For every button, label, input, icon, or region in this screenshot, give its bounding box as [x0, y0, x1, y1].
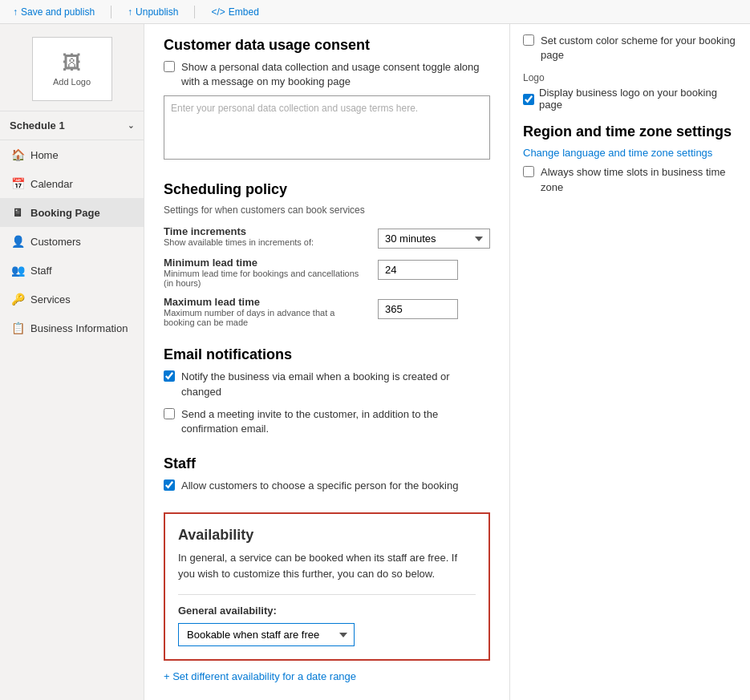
time-increments-label: Time increments	[164, 225, 365, 237]
booking-page-icon: 🖥	[11, 206, 24, 219]
max-lead-label-group: Maximum lead time Maximum number of days…	[164, 296, 365, 327]
customers-label: Customers	[30, 236, 81, 248]
app-body: 🖼 Add Logo Schedule 1 ⌄ 🏠 Home 📅 Calenda…	[0, 24, 750, 700]
scheduling-subtitle: Settings for when customers can book ser…	[164, 204, 490, 216]
unpublish-button[interactable]: ↑ Unpublish	[124, 5, 181, 19]
logo-section: Logo Display business logo on your booki…	[523, 72, 737, 111]
sidebar: 🖼 Add Logo Schedule 1 ⌄ 🏠 Home 📅 Calenda…	[0, 24, 144, 700]
business-info-icon: 📋	[11, 322, 24, 334]
region-timezone-title: Region and time zone settings	[523, 123, 737, 140]
sidebar-item-home[interactable]: 🏠 Home	[0, 140, 144, 169]
sidebar-item-booking-page[interactable]: 🖥 Booking Page	[0, 198, 144, 227]
availability-desc: In general, a service can be booked when…	[178, 550, 476, 581]
consent-checkbox-label: Show a personal data collection and usag…	[181, 60, 490, 89]
availability-box: Availability In general, a service can b…	[164, 512, 490, 661]
home-label: Home	[30, 149, 59, 161]
schedule-selector[interactable]: Schedule 1 ⌄	[0, 111, 144, 140]
business-info-label: Business Information	[30, 322, 128, 334]
notify-checkbox[interactable]	[164, 370, 175, 382]
availability-separator	[178, 594, 476, 595]
general-availability-label: General availability:	[178, 605, 476, 617]
calendar-icon: 📅	[11, 177, 24, 190]
add-logo-label: Add Logo	[53, 77, 91, 87]
custom-color-checkbox-row: Set custom color scheme for your booking…	[523, 34, 737, 63]
notify-checkbox-row: Notify the business via email when a boo…	[164, 370, 490, 399]
time-increments-desc: Show available times in increments of:	[164, 237, 365, 247]
max-lead-input[interactable]: 365	[378, 299, 458, 319]
image-icon: 🖼	[63, 51, 82, 74]
toolbar-divider-1	[111, 6, 111, 18]
customers-icon: 👤	[11, 235, 24, 248]
consent-checkbox[interactable]	[164, 61, 175, 72]
staff-title: Staff	[164, 455, 490, 472]
schedule-name: Schedule 1	[10, 119, 65, 132]
consent-title: Customer data usage consent	[164, 37, 490, 54]
services-icon: 🔑	[11, 293, 24, 305]
display-logo-label: Display business logo on your booking pa…	[539, 87, 737, 111]
max-lead-label: Maximum lead time	[164, 296, 365, 308]
min-lead-label: Minimum lead time	[164, 257, 365, 269]
set-different-availability-link[interactable]: + Set different availability for a date …	[164, 670, 356, 682]
email-notifications-title: Email notifications	[164, 346, 490, 363]
custom-color-label: Set custom color scheme for your booking…	[541, 34, 737, 63]
sidebar-nav: 🏠 Home 📅 Calendar 🖥 Booking Page 👤 Custo…	[0, 140, 144, 342]
min-lead-label-group: Minimum lead time Minimum lead time for …	[164, 257, 365, 288]
allow-staff-checkbox[interactable]	[164, 479, 175, 491]
consent-checkbox-row: Show a personal data collection and usag…	[164, 60, 490, 89]
services-label: Services	[30, 293, 71, 305]
toolbar-divider-2	[194, 6, 195, 18]
time-increments-label-group: Time increments Show available times in …	[164, 225, 365, 247]
notify-checkbox-label: Notify the business via email when a boo…	[181, 370, 490, 399]
scheduling-title: Scheduling policy	[164, 181, 490, 198]
sidebar-item-business-information[interactable]: 📋 Business Information	[0, 314, 144, 342]
custom-color-checkbox[interactable]	[523, 34, 534, 46]
meeting-invite-checkbox[interactable]	[164, 408, 175, 419]
save-icon: ↑	[13, 6, 18, 18]
meeting-invite-checkbox-row: Send a meeting invite to the customer, i…	[164, 407, 490, 436]
sidebar-item-staff[interactable]: 👥 Staff	[0, 256, 144, 285]
save-publish-button[interactable]: ↑ Save and publish	[10, 5, 98, 19]
min-lead-desc: Minimum lead time for bookings and cance…	[164, 269, 365, 288]
consent-textarea[interactable]	[164, 95, 490, 160]
always-show-checkbox-row: Always show time slots in business time …	[523, 165, 737, 194]
logo-section-label: Logo	[523, 72, 737, 83]
embed-icon: </>	[211, 6, 225, 18]
embed-button[interactable]: </> Embed	[208, 5, 261, 19]
max-lead-desc: Maximum number of days in advance that a…	[164, 308, 365, 327]
chevron-down-icon: ⌄	[128, 121, 134, 130]
display-logo-checkbox-row: Display business logo on your booking pa…	[523, 87, 737, 111]
change-language-link[interactable]: Change language and time zone settings	[523, 147, 737, 159]
time-increments-select[interactable]: 30 minutes 15 minutes 60 minutes	[378, 229, 490, 249]
min-lead-input[interactable]: 24	[378, 260, 458, 280]
display-logo-checkbox[interactable]	[523, 94, 534, 105]
home-icon: 🏠	[11, 148, 24, 161]
calendar-label: Calendar	[30, 178, 73, 190]
unpublish-icon: ↑	[128, 6, 132, 18]
email-notifications-section: Email notifications Notify the business …	[164, 346, 490, 436]
staff-section: Staff Allow customers to choose a specif…	[164, 455, 490, 493]
main-content: Customer data usage consent Show a perso…	[144, 24, 509, 700]
sidebar-item-customers[interactable]: 👤 Customers	[0, 227, 144, 256]
always-show-label: Always show time slots in business time …	[541, 165, 737, 194]
meeting-invite-label: Send a meeting invite to the customer, i…	[181, 407, 490, 436]
booking-page-label: Booking Page	[30, 207, 100, 219]
staff-icon: 👥	[11, 264, 24, 277]
logo-area: 🖼 Add Logo	[0, 24, 144, 111]
right-panel: Set custom color scheme for your booking…	[509, 24, 750, 700]
always-show-checkbox[interactable]	[523, 166, 534, 177]
consent-section: Customer data usage consent Show a perso…	[164, 37, 490, 162]
sidebar-item-calendar[interactable]: 📅 Calendar	[0, 169, 144, 198]
allow-staff-checkbox-row: Allow customers to choose a specific per…	[164, 479, 490, 493]
availability-select-wrapper: Bookable when staff are free Always book…	[178, 623, 355, 646]
scheduling-policy-section: Scheduling policy Settings for when cust…	[164, 181, 490, 327]
sidebar-item-services[interactable]: 🔑 Services	[0, 285, 144, 314]
availability-title: Availability	[178, 527, 476, 544]
staff-label: Staff	[30, 265, 52, 277]
logo-box[interactable]: 🖼 Add Logo	[32, 37, 112, 101]
availability-select[interactable]: Bookable when staff are free Always book…	[178, 623, 355, 646]
allow-staff-label: Allow customers to choose a specific per…	[181, 479, 458, 493]
toolbar: ↑ Save and publish ↑ Unpublish </> Embed	[0, 0, 750, 24]
